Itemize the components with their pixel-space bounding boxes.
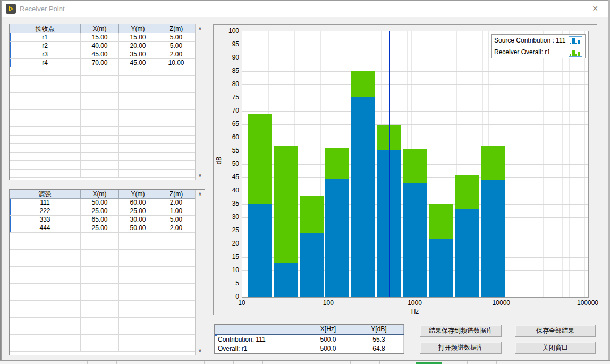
table-cell[interactable]: 2.00 bbox=[157, 50, 196, 59]
table-cell[interactable] bbox=[157, 144, 196, 153]
readout-cell[interactable]: 500.0 bbox=[302, 344, 354, 353]
table-cell[interactable] bbox=[119, 318, 157, 326]
table-row[interactable] bbox=[10, 275, 205, 284]
scroll-down-icon[interactable]: ∨ bbox=[196, 171, 205, 180]
scroll-up-icon[interactable]: ∧ bbox=[196, 24, 205, 33]
table-cell[interactable]: 50.00 bbox=[81, 199, 119, 207]
table-cell[interactable] bbox=[10, 101, 81, 110]
table-cell[interactable] bbox=[10, 309, 81, 318]
table-cell[interactable] bbox=[119, 118, 157, 127]
table-cell[interactable] bbox=[119, 258, 157, 267]
table-cell[interactable]: 20.00 bbox=[119, 42, 157, 50]
scroll-up-icon[interactable]: ∧ bbox=[196, 190, 205, 198]
legend-item[interactable]: Receiver Overall: r1 bbox=[492, 46, 585, 58]
table-cell[interactable] bbox=[10, 318, 81, 326]
table-row[interactable] bbox=[10, 309, 205, 318]
table-cell[interactable] bbox=[119, 233, 157, 241]
table-cell[interactable] bbox=[119, 335, 157, 343]
table-row[interactable] bbox=[10, 335, 205, 343]
vertical-scrollbar[interactable]: ∧∨ bbox=[195, 24, 205, 180]
table-cell[interactable]: 10.00 bbox=[157, 59, 196, 67]
table-cell[interactable]: 25.00 bbox=[119, 207, 157, 216]
table-cell[interactable] bbox=[119, 161, 157, 170]
table-cell[interactable] bbox=[10, 67, 81, 76]
table-cell[interactable] bbox=[157, 292, 196, 301]
table-cell[interactable] bbox=[119, 67, 157, 76]
table-row[interactable] bbox=[10, 318, 205, 326]
table-cell[interactable]: 35.00 bbox=[119, 50, 157, 59]
table-cell[interactable]: 2.00 bbox=[157, 224, 196, 233]
table-row[interactable] bbox=[10, 241, 205, 250]
table-cell[interactable] bbox=[119, 170, 157, 178]
table-row[interactable]: 22225.0025.001.00 bbox=[10, 207, 205, 216]
table-cell[interactable] bbox=[157, 284, 196, 292]
table-row[interactable] bbox=[10, 118, 205, 127]
table-row[interactable] bbox=[10, 76, 205, 84]
table-cell[interactable] bbox=[10, 275, 81, 284]
table-cell[interactable] bbox=[10, 335, 81, 343]
table-cell[interactable] bbox=[81, 110, 119, 118]
column-header[interactable]: X(m) bbox=[81, 190, 119, 199]
table-row[interactable] bbox=[10, 161, 205, 170]
table-cell[interactable] bbox=[119, 343, 157, 352]
table-cell[interactable] bbox=[157, 335, 196, 343]
table-row[interactable] bbox=[10, 343, 205, 352]
table-cell[interactable]: 40.00 bbox=[81, 42, 119, 50]
table-row[interactable] bbox=[10, 93, 205, 101]
scroll-down-icon[interactable]: ∨ bbox=[196, 346, 205, 355]
table-cell[interactable] bbox=[10, 292, 81, 301]
table-cell[interactable]: 5.00 bbox=[157, 216, 196, 224]
table-row[interactable] bbox=[10, 127, 205, 136]
table-cell[interactable] bbox=[157, 318, 196, 326]
table-cell[interactable] bbox=[157, 153, 196, 161]
table-cell[interactable] bbox=[10, 233, 81, 241]
table-cell[interactable] bbox=[157, 67, 196, 76]
table-cell[interactable] bbox=[10, 93, 81, 101]
table-cell[interactable] bbox=[119, 153, 157, 161]
column-header[interactable]: Z(m) bbox=[157, 190, 196, 199]
save-result-to-spectrum-db-button[interactable]: 结果保存到频谱数据库 bbox=[420, 325, 502, 337]
table-cell[interactable] bbox=[119, 93, 157, 101]
table-cell[interactable] bbox=[10, 170, 81, 178]
table-cell[interactable] bbox=[10, 241, 81, 250]
table-row[interactable] bbox=[10, 233, 205, 241]
column-header[interactable]: X(m) bbox=[81, 24, 119, 33]
table-cell[interactable] bbox=[10, 84, 81, 93]
column-header[interactable]: Y(m) bbox=[119, 190, 157, 199]
table-row[interactable]: r240.0020.005.00 bbox=[10, 42, 205, 50]
table-row[interactable]: r115.0015.005.00 bbox=[10, 33, 205, 42]
readout-cell[interactable]: 55.3 bbox=[354, 335, 404, 344]
table-cell[interactable] bbox=[119, 326, 157, 335]
readout-cell[interactable]: 500.0 bbox=[302, 335, 354, 344]
table-cell[interactable] bbox=[81, 153, 119, 161]
table-cell[interactable] bbox=[81, 309, 119, 318]
save-all-results-button[interactable]: 保存全部结果 bbox=[515, 325, 596, 337]
table-cell[interactable] bbox=[81, 326, 119, 335]
table-cell[interactable] bbox=[81, 318, 119, 326]
table-cell[interactable] bbox=[10, 161, 81, 170]
column-header[interactable]: 源强 bbox=[10, 190, 81, 199]
table-cell[interactable]: 5.00 bbox=[157, 42, 196, 50]
table-row[interactable] bbox=[10, 136, 205, 144]
table-cell[interactable]: 60.00 bbox=[119, 199, 157, 207]
table-row[interactable]: 44425.0050.002.00 bbox=[10, 224, 205, 233]
table-cell[interactable]: 333 bbox=[10, 216, 81, 224]
table-cell[interactable] bbox=[81, 67, 119, 76]
table-cell[interactable]: r1 bbox=[10, 33, 81, 42]
table-cell[interactable] bbox=[81, 343, 119, 352]
table-cell[interactable]: 70.00 bbox=[81, 59, 119, 67]
table-cell[interactable] bbox=[157, 118, 196, 127]
table-cell[interactable] bbox=[10, 127, 81, 136]
table-cell[interactable] bbox=[119, 284, 157, 292]
table-cell[interactable] bbox=[157, 127, 196, 136]
table-cell[interactable]: 25.00 bbox=[81, 207, 119, 216]
table-cell[interactable] bbox=[81, 144, 119, 153]
table-cell[interactable] bbox=[10, 250, 81, 258]
table-cell[interactable] bbox=[157, 84, 196, 93]
table-row[interactable]: 11150.0060.002.00 bbox=[10, 199, 205, 207]
table-cell[interactable] bbox=[157, 110, 196, 118]
table-cell[interactable]: 444 bbox=[10, 224, 81, 233]
table-cell[interactable] bbox=[157, 275, 196, 284]
table-cell[interactable] bbox=[119, 127, 157, 136]
table-cell[interactable] bbox=[157, 326, 196, 335]
